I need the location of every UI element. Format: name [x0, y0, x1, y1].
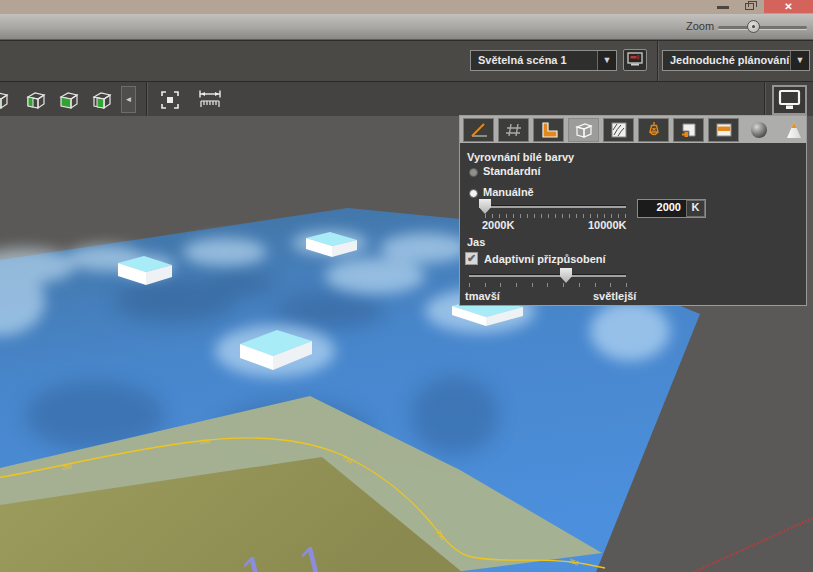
- luminaire-icon[interactable]: [638, 118, 669, 142]
- toolbar-separator: [146, 82, 148, 117]
- restore-button[interactable]: [745, 1, 757, 10]
- view-cube-button[interactable]: [91, 89, 113, 111]
- sphere-icon[interactable]: [743, 118, 774, 142]
- radio-manual[interactable]: [469, 189, 478, 198]
- view-cube-button[interactable]: [25, 89, 47, 111]
- check-icon: ✔: [467, 252, 476, 264]
- brightness-slider-ticks: [469, 283, 627, 287]
- panel-tool-row: [460, 116, 806, 143]
- view-toolbar: ◄: [0, 81, 813, 116]
- minimize-button[interactable]: [717, 6, 729, 9]
- window-icon[interactable]: [708, 118, 739, 142]
- zoom-label: Zoom: [686, 20, 714, 32]
- axes-icon[interactable]: [463, 118, 494, 142]
- view-cube-button-partial[interactable]: [0, 89, 9, 111]
- toolbar-separator: [764, 82, 766, 117]
- render-view-button[interactable]: [772, 85, 807, 115]
- zoom-slider-thumb[interactable]: [747, 20, 760, 33]
- white-balance-title: Vyrovnání bílé barvy: [467, 151, 574, 163]
- cone-icon[interactable]: [778, 118, 809, 142]
- measure-button[interactable]: [196, 88, 224, 112]
- temperature-slider-ticks: [485, 214, 627, 218]
- adaptive-checkbox-label[interactable]: Adaptivní přizpůsobení: [484, 253, 606, 265]
- light-scene-value: Světelná scéna 1: [478, 54, 567, 66]
- zoom-fit-button[interactable]: [158, 88, 182, 112]
- temperature-value[interactable]: 2000: [638, 200, 685, 217]
- scene-monitor-button[interactable]: [623, 49, 647, 71]
- restore-icon: [748, 1, 757, 7]
- monitor-red-icon: [624, 50, 646, 70]
- brightness-title: Jas: [467, 236, 485, 248]
- brightness-slider-thumb[interactable]: [560, 268, 572, 283]
- temperature-value-box[interactable]: 2000 K: [637, 199, 706, 218]
- title-bar: ✕: [0, 0, 813, 14]
- temperature-slider-thumb[interactable]: [479, 199, 491, 214]
- cube-icon[interactable]: [568, 118, 599, 142]
- isolux-label: 250: [199, 438, 210, 445]
- chevron-down-icon[interactable]: ▼: [790, 51, 809, 70]
- application-window: ✕ Zoom Světelná scéna 1 ▼ Jednoduché plá…: [0, 0, 813, 572]
- texture-icon[interactable]: [603, 118, 634, 142]
- planning-mode-value: Jednoduché plánování: [670, 54, 789, 66]
- temperature-slider-track[interactable]: [485, 206, 626, 208]
- temperature-min-label: 2000K: [482, 219, 514, 231]
- grid-icon[interactable]: [498, 118, 529, 142]
- monitor-icon: [774, 87, 805, 113]
- radio-manual-label[interactable]: Manuálně: [483, 186, 534, 198]
- radio-standard[interactable]: [469, 168, 478, 177]
- scene-selection-bar: Světelná scéna 1 ▼ Jednoduché plánování …: [0, 40, 813, 81]
- close-button[interactable]: ✕: [764, 0, 813, 13]
- l-profile-icon[interactable]: [533, 118, 564, 142]
- view-cube-button[interactable]: [58, 89, 80, 111]
- mounting-icon[interactable]: [673, 118, 704, 142]
- brightness-min-label: tmavší: [465, 290, 500, 302]
- adaptive-checkbox[interactable]: ✔: [465, 252, 478, 265]
- temperature-unit: K: [685, 200, 705, 217]
- toolbar-separator: [657, 41, 659, 82]
- zoom-toolbar: Zoom: [0, 14, 813, 40]
- zoom-slider-track[interactable]: [718, 26, 807, 29]
- temperature-max-label: 10000K: [588, 219, 627, 231]
- collapse-toolbar-button[interactable]: ◄: [121, 86, 136, 113]
- display-settings-panel: Vyrovnání bílé barvy Standardní Manuálně…: [459, 115, 807, 306]
- brightness-max-label: světlejší: [593, 290, 636, 302]
- brightness-slider-track[interactable]: [469, 275, 626, 277]
- light-scene-dropdown[interactable]: Světelná scéna 1 ▼: [470, 50, 617, 71]
- planning-mode-dropdown[interactable]: Jednoduché plánování ▼: [662, 50, 810, 71]
- chevron-down-icon[interactable]: ▼: [597, 51, 616, 70]
- radio-standard-label[interactable]: Standardní: [483, 165, 540, 177]
